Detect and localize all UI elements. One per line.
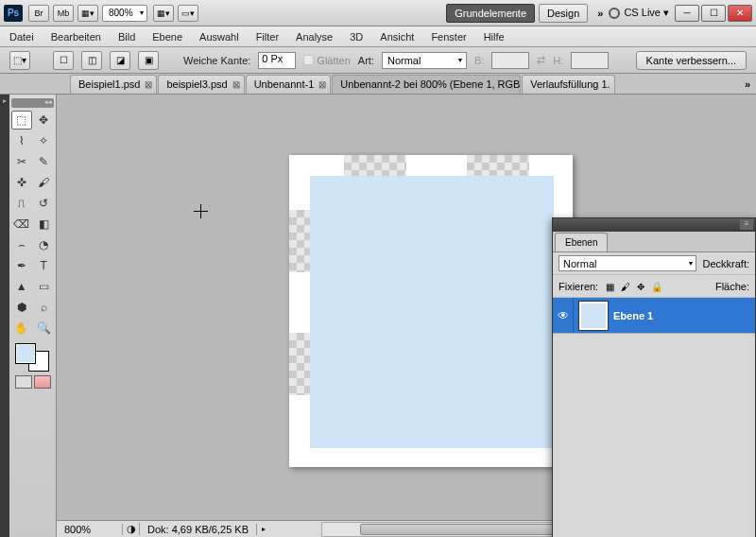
doc-tab-4[interactable]: Unbenannt-2 bei 800% (Ebene 1, RGB/8) *⊠	[332, 75, 521, 94]
menu-bearbeiten[interactable]: Bearbeiten	[51, 31, 101, 43]
intersect-selection-icon[interactable]: ▣	[138, 51, 159, 70]
lock-icons: ▦ 🖌 ✥ 🔒	[604, 281, 664, 292]
lock-transparent-icon[interactable]: ▦	[606, 282, 614, 292]
close-icon[interactable]: ⊠	[145, 79, 152, 90]
left-dock-strip[interactable]: ▸	[0, 95, 9, 537]
menu-hilfe[interactable]: Hilfe	[484, 31, 505, 43]
subtract-selection-icon[interactable]: ◪	[110, 51, 130, 70]
doc-tab-2[interactable]: beispiel3.psd⊠	[158, 75, 244, 94]
panel-tabs: Ebenen	[553, 232, 755, 252]
bridge-button[interactable]: Br	[28, 5, 49, 22]
color-swatches[interactable]	[15, 343, 49, 372]
style-select[interactable]: Normal	[382, 52, 467, 69]
menu-ebene[interactable]: Ebene	[152, 31, 182, 43]
eraser-tool[interactable]: ⌫	[11, 215, 32, 234]
new-selection-icon[interactable]: ☐	[53, 51, 74, 70]
menu-3d[interactable]: 3D	[350, 31, 363, 43]
lasso-tool[interactable]: ⌇	[11, 131, 32, 150]
tab-overflow-icon[interactable]: »	[745, 78, 750, 90]
foreground-color-swatch[interactable]	[15, 343, 36, 364]
eyedropper-tool[interactable]: ✎	[34, 152, 55, 171]
cslive-button[interactable]: CS Live ▾	[609, 7, 669, 19]
minibridge-button[interactable]: Mb	[53, 5, 74, 22]
visibility-toggle-icon[interactable]: 👁	[553, 298, 574, 333]
width-input	[491, 52, 529, 69]
crop-tool[interactable]: ✂	[11, 152, 32, 171]
doc-tab-1[interactable]: Beispiel1.psd⊠	[70, 75, 157, 94]
layers-tab[interactable]: Ebenen	[555, 233, 608, 251]
path-select-tool[interactable]: ▲	[11, 277, 32, 296]
zoom-tool[interactable]: 🔍	[34, 319, 55, 338]
toolbox-collapse-button[interactable]	[11, 98, 54, 108]
blur-tool[interactable]: ⌢	[11, 235, 32, 254]
tool-preset-button[interactable]: ⬚▾	[9, 51, 30, 70]
menu-bild[interactable]: Bild	[118, 31, 135, 43]
3d-camera-tool[interactable]: ⌕	[34, 298, 55, 317]
transparency-pattern	[289, 333, 310, 395]
workspace-design[interactable]: Design	[539, 4, 588, 23]
screen-mode-button[interactable]: ▭▾	[178, 5, 198, 22]
menu-bar: Datei Bearbeiten Bild Ebene Auswahl Filt…	[0, 26, 756, 47]
marquee-tool[interactable]: ⬚	[11, 111, 32, 130]
hand-tool[interactable]: ✋	[11, 319, 32, 338]
blend-mode-select[interactable]: Normal	[558, 255, 696, 271]
pen-tool[interactable]: ✒	[11, 256, 32, 275]
menu-ansicht[interactable]: Ansicht	[380, 31, 414, 43]
dodge-tool[interactable]: ◔	[34, 235, 55, 254]
zoom-level-combo[interactable]: 800%	[102, 5, 147, 22]
status-info-menu-icon[interactable]: ▸	[257, 525, 270, 533]
minimize-button[interactable]: ─	[675, 5, 699, 22]
lock-label: Fixieren:	[558, 281, 598, 292]
menu-auswahl[interactable]: Auswahl	[199, 31, 239, 43]
transparency-pattern	[344, 155, 406, 176]
history-brush-tool[interactable]: ↺	[34, 194, 55, 213]
magic-wand-tool[interactable]: ✧	[34, 131, 55, 150]
doc-tab-label: Unbenannt-2 bei 800% (Ebene 1, RGB/8) *	[340, 78, 521, 90]
layer-name[interactable]: Ebene 1	[613, 310, 653, 321]
lock-all-icon[interactable]: 🔒	[651, 282, 662, 292]
layer-item[interactable]: 👁 Ebene 1	[553, 298, 755, 334]
close-icon[interactable]: ⊠	[318, 79, 326, 90]
healing-tool[interactable]: ✜	[11, 173, 32, 192]
feather-input[interactable]: 0 Px	[258, 52, 296, 69]
move-tool[interactable]: ✥	[34, 111, 55, 130]
toolbox: ⬚✥ ⌇✧ ✂✎ ✜🖌 ⎍↺ ⌫◧ ⌢◔ ✒T ▲▭ ⬢⌕ ✋🔍	[9, 95, 57, 537]
standard-mode-button[interactable]	[15, 375, 32, 389]
link-wh-icon: ⇄	[537, 54, 545, 66]
document-canvas[interactable]	[289, 155, 573, 467]
menu-analyse[interactable]: Analyse	[296, 31, 333, 43]
arrange-docs-button[interactable]: ▦▾	[153, 5, 174, 22]
doc-tab-5[interactable]: Verlaufsfüllung 1.	[522, 75, 614, 94]
stamp-tool[interactable]: ⎍	[11, 194, 32, 213]
menu-datei[interactable]: Datei	[9, 31, 34, 43]
refine-edge-button[interactable]: Kante verbessern...	[636, 51, 747, 70]
status-zoom[interactable]: 800%	[57, 524, 123, 535]
close-icon[interactable]: ⊠	[232, 79, 240, 90]
doc-tab-3[interactable]: Unbenannt-1⊠	[246, 75, 332, 94]
add-selection-icon[interactable]: ◫	[81, 51, 102, 70]
maximize-button[interactable]: ☐	[701, 5, 726, 22]
3d-tool[interactable]: ⬢	[11, 298, 32, 317]
width-label: B:	[474, 55, 484, 66]
type-tool[interactable]: T	[34, 256, 55, 275]
status-expose-icon[interactable]: ◑	[123, 523, 140, 535]
menu-filter[interactable]: Filter	[256, 31, 279, 43]
close-button[interactable]: ✕	[728, 5, 752, 22]
brush-tool[interactable]: 🖌	[34, 173, 55, 192]
lock-image-icon[interactable]: 🖌	[621, 282, 630, 292]
lock-position-icon[interactable]: ✥	[637, 282, 644, 292]
panel-titlebar[interactable]: ≡	[553, 218, 755, 232]
menu-fenster[interactable]: Fenster	[431, 31, 466, 43]
layer-thumbnail[interactable]	[579, 302, 608, 330]
layer-content	[310, 176, 554, 448]
status-doc-info[interactable]: Dok: 4,69 KB/6,25 KB	[140, 524, 257, 535]
workspace-grundelemente[interactable]: Grundelemente	[446, 4, 535, 23]
gradient-tool[interactable]: ◧	[34, 215, 55, 234]
workspace-more-icon[interactable]: »	[597, 8, 603, 19]
shape-tool[interactable]: ▭	[34, 277, 55, 296]
panel-menu-icon[interactable]: ≡	[740, 219, 753, 230]
quickmask-mode-button[interactable]	[34, 375, 51, 389]
workspace: ▸ ⬚✥ ⌇✧ ✂✎ ✜🖌 ⎍↺ ⌫◧ ⌢◔ ✒T ▲▭ ⬢⌕ ✋🔍	[0, 95, 756, 537]
doc-tab-label: Unbenannt-1	[254, 78, 315, 90]
view-extras-button[interactable]: ▦▾	[77, 5, 98, 22]
